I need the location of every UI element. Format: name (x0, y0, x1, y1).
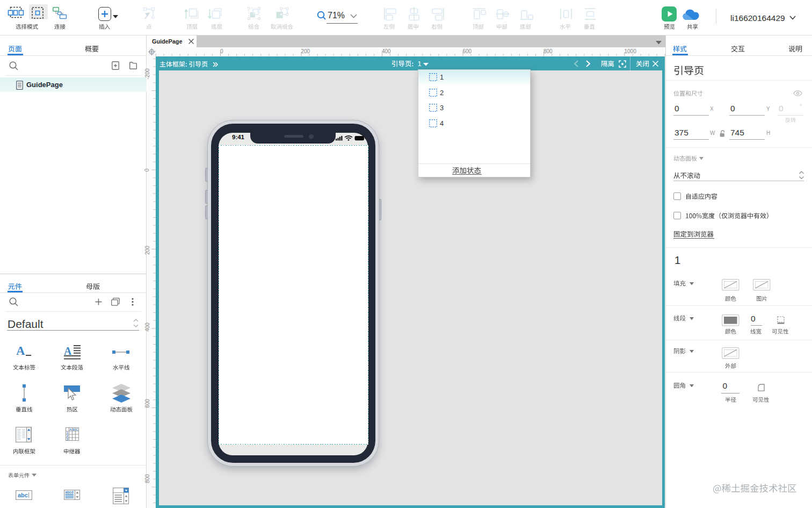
svg-text:C: C (76, 428, 78, 431)
svg-text:abc: abc (18, 492, 28, 498)
svg-text:abcd: abcd (66, 490, 74, 494)
svg-text:B: B (73, 428, 75, 431)
svg-text:A: A (69, 428, 72, 431)
